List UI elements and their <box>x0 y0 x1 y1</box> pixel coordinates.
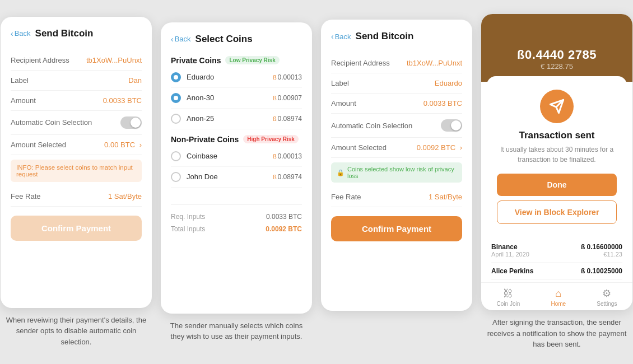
tx2-name: Alice Perkins <box>491 267 533 275</box>
coin5-radio[interactable] <box>171 172 181 182</box>
label-label-1: Label <box>11 76 29 85</box>
back-label-1[interactable]: Back <box>15 29 31 38</box>
home-icon: ⌂ <box>555 288 561 300</box>
coin-row-5[interactable]: John Doe ß0.08974 <box>171 167 302 188</box>
fee-rate-label-1: Fee Rate <box>11 192 40 200</box>
card2-title: Select Coins <box>196 34 253 45</box>
auto-coin-row-1[interactable]: Automatic Coin Selection <box>11 111 142 135</box>
tx1-name: Binance <box>491 243 529 251</box>
transaction-sent-card: ß0.4440 2785 € 1228.75 Transaction sent … <box>481 14 632 310</box>
send-icon-circle <box>540 90 574 123</box>
confirm-button-1[interactable]: Confirm Payment <box>11 216 142 241</box>
non-private-section-header: Non-Private Coins High Privacy Risk <box>171 135 302 144</box>
amount-arrow-icon-1: › <box>139 141 142 149</box>
req-inputs-value: 0.0033 BTC <box>266 213 302 221</box>
confirm-button-3[interactable]: Confirm Payment <box>331 216 462 241</box>
tx2-btc: ß 0.10025000 <box>581 267 622 275</box>
coin2-amount: ß0.00907 <box>273 94 302 102</box>
tx1-eur: €11.23 <box>581 251 622 258</box>
total-inputs-value: 0.0092 BTC <box>266 225 302 233</box>
coin4-radio[interactable] <box>171 151 181 161</box>
nav-settings[interactable]: ⚙ Settings <box>597 287 617 307</box>
fee-rate-value-3: 1 Sat/Byte <box>429 193 462 201</box>
nav-home[interactable]: ⌂ Home <box>551 288 566 307</box>
amount-row-1: Amount 0.0033 BTC <box>11 91 142 111</box>
select-coins-card: ‹ Back Select Coins Private Coins Low Pr… <box>161 22 312 314</box>
phone-wrapper-4: ß0.4440 2785 € 1228.75 Transaction sent … <box>481 14 632 350</box>
coin4-amount: ß0.00013 <box>273 152 302 160</box>
send-bitcoin-card-1: ‹ Back Send Bitcoin Recipient Address tb… <box>1 17 152 308</box>
header-3: ‹ Back Send Bitcoin <box>331 31 462 42</box>
card3-title: Send Bitcoin <box>356 31 414 42</box>
transaction-list: Binance April 11, 2020 ß 0.16600000 €11.… <box>481 233 632 280</box>
amount-selected-value-3: 0.0092 BTC › <box>417 143 462 152</box>
phone-wrapper-3: ‹ Back Send Bitcoin Recipient Address tb… <box>321 20 472 344</box>
coin2-name: Anon-30 <box>187 94 267 102</box>
header-2: ‹ Back Select Coins <box>171 34 302 45</box>
non-private-section-label: Non-Private Coins <box>171 135 239 144</box>
amount-label-3: Amount <box>331 99 356 108</box>
done-button[interactable]: Done <box>497 174 617 196</box>
nav-coinjoin[interactable]: ⛓ Coin Join <box>497 288 520 307</box>
card1-title: Send Bitcoin <box>35 28 94 39</box>
fee-rate-label-3: Fee Rate <box>331 193 361 201</box>
tx2-info: Alice Perkins <box>491 267 533 275</box>
nav-home-label: Home <box>551 301 566 307</box>
non-private-badge: High Privacy Risk <box>243 135 298 143</box>
private-section-label: Private Coins <box>171 56 221 65</box>
fee-rate-row-3: Fee Rate 1 Sat/Byte <box>331 187 462 207</box>
coin3-name: Anon-25 <box>187 114 267 123</box>
inputs-summary: Req. Inputs 0.0033 BTC Total Inputs 0.00… <box>171 204 302 235</box>
coin5-amount: ß0.08974 <box>273 173 302 181</box>
tx1-btc: ß 0.16600000 <box>581 243 622 251</box>
privacy-notice-text: Coins selected show low risk of privacy … <box>347 166 457 179</box>
back-button-2[interactable]: ‹ Back <box>171 35 191 44</box>
private-section-header: Private Coins Low Privacy Risk <box>171 56 302 65</box>
recipient-row-3: Recipient Address tb1XoW...PuUnxt <box>331 53 462 73</box>
amount-selected-row-1[interactable]: Amount Selected 0.00 BTC › <box>11 135 142 155</box>
req-inputs-label: Req. Inputs <box>171 213 205 221</box>
coin-row-2[interactable]: Anon-30 ß0.00907 <box>171 88 302 109</box>
coin-row-4[interactable]: Coinbase ß0.00013 <box>171 146 302 167</box>
back-button-1[interactable]: ‹ Back <box>11 29 31 38</box>
label-row-3: Label Eduardo <box>331 73 462 94</box>
card4-top: ß0.4440 2785 € 1228.75 <box>481 14 632 82</box>
balance-sub: € 1228.75 <box>541 62 573 71</box>
recipient-value-3: tb1XoW...PuUnxt <box>407 59 462 67</box>
back-label-3[interactable]: Back <box>335 32 351 41</box>
coin-row-1[interactable]: Eduardo ß0.00013 <box>171 67 302 88</box>
coin-row-3[interactable]: Anon-25 ß0.08974 <box>171 109 302 129</box>
label-label-3: Label <box>331 79 349 87</box>
amount-selected-row-3[interactable]: Amount Selected 0.0092 BTC › <box>331 138 462 158</box>
caption-2: The sender manually selects which coins … <box>164 320 309 342</box>
transaction-modal: Transaction sent It usually takes about … <box>487 76 627 233</box>
back-button-3[interactable]: ‹ Back <box>331 32 351 41</box>
back-label-2[interactable]: Back <box>175 35 191 43</box>
phone-wrapper-1: ‹ Back Send Bitcoin Recipient Address tb… <box>1 17 152 348</box>
coin2-radio[interactable] <box>171 93 181 103</box>
tx1-amount: ß 0.16600000 €11.23 <box>581 243 622 258</box>
tx1-date: April 11, 2020 <box>491 251 529 258</box>
bottom-nav: ⛓ Coin Join ⌂ Home ⚙ Settings <box>481 282 632 310</box>
auto-coin-toggle-1[interactable] <box>120 116 142 129</box>
tx1-info: Binance April 11, 2020 <box>491 243 529 258</box>
recipient-value-1: tb1XoW...PuUnxt <box>86 56 142 64</box>
caption-1: When reveiwing their payment's details, … <box>3 315 149 348</box>
back-arrow-icon-2: ‹ <box>171 35 174 44</box>
coin3-radio[interactable] <box>171 114 181 124</box>
header-1: ‹ Back Send Bitcoin <box>11 28 142 39</box>
modal-desc: It usually takes about 30 minutes for a … <box>497 144 617 165</box>
coin1-radio[interactable] <box>171 72 181 82</box>
auto-coin-row-3[interactable]: Automatic Coin Selection <box>331 114 462 138</box>
coin1-amount: ß0.00013 <box>273 73 302 81</box>
label-value-3: Eduardo <box>435 79 462 87</box>
recipient-label-1: Recipient Address <box>11 56 69 64</box>
recipient-row-1: Recipient Address tb1XoW...PuUnxt <box>11 50 142 71</box>
coin1-name: Eduardo <box>187 73 267 81</box>
info-text-1: INFO: Please select coins to match input… <box>16 164 133 178</box>
coin4-name: Coinbase <box>187 152 267 160</box>
auto-coin-toggle-3[interactable] <box>441 119 462 132</box>
explorer-button[interactable]: View in Block Explorer <box>497 200 617 224</box>
caption-3: After signing the transaction, the sende… <box>484 317 630 350</box>
fee-rate-row-1: Fee Rate 1 Sat/Byte <box>11 186 142 207</box>
